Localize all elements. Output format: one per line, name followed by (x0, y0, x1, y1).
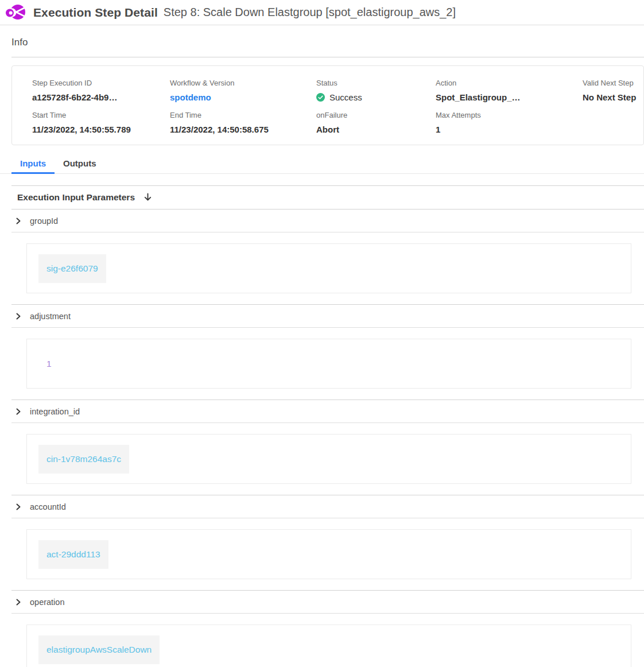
chevron-right-icon[interactable] (15, 408, 22, 415)
param-value-box: sig-e26f6079 (26, 243, 631, 293)
status-text: Success (329, 92, 362, 102)
parameter-row[interactable]: accountId (0, 495, 644, 518)
field-onfailure: onFailure Abort (316, 111, 436, 134)
field-action: Action Spot_Elastigroup_… (436, 79, 583, 102)
check-circle-icon (316, 93, 325, 102)
parameter-row[interactable]: adjustment (0, 305, 644, 327)
arrow-down-icon[interactable] (143, 193, 152, 202)
divider (11, 327, 644, 328)
field-label: onFailure (316, 111, 436, 119)
field-value: 11/23/2022, 14:50:55.789 (32, 125, 170, 134)
field-label: End Time (170, 111, 316, 119)
parameter-section: operation elastigroupAwsScaleDown (0, 591, 644, 667)
params-header: Execution Input Parameters (0, 186, 644, 209)
parameter-section: accountId act-29ddd113 (0, 495, 644, 591)
info-section-title: Info (0, 25, 644, 57)
field-label: Status (316, 79, 436, 87)
chevron-right-icon[interactable] (15, 599, 22, 606)
status-badge: Success (316, 92, 436, 102)
param-value: act-29ddd113 (38, 540, 108, 569)
field-label: Start Time (32, 111, 170, 119)
parameter-row[interactable]: operation (0, 591, 644, 613)
divider (11, 232, 644, 232)
param-name: accountId (30, 502, 66, 511)
divider (11, 422, 644, 423)
field-value: a125728f-6b22-4b9… (32, 92, 170, 102)
chevron-right-icon[interactable] (15, 313, 22, 320)
field-status: Status Success (316, 79, 436, 102)
param-name: integration_id (30, 407, 80, 416)
parameter-row[interactable]: groupId (0, 210, 644, 232)
tab-outputs[interactable]: Outputs (55, 153, 105, 174)
workflow-link[interactable]: spotdemo (170, 92, 316, 102)
page-title: Execution Step Detail (33, 6, 158, 20)
param-name: adjustment (30, 312, 71, 321)
param-value: elastigroupAwsScaleDown (38, 635, 160, 664)
param-value: 1 (38, 350, 60, 378)
parameter-section: groupId sig-e26f6079 (0, 210, 644, 305)
field-label: Max Attempts (436, 111, 583, 119)
param-value-box: cin-1v78m264as7c (26, 434, 631, 484)
param-value-box: 1 (26, 339, 631, 389)
field-value: 11/23/2022, 14:50:58.675 (170, 125, 316, 134)
field-valid-next-step: Valid Next Step No Next Step (583, 79, 643, 102)
app-header: Execution Step Detail Step 8: Scale Down… (0, 0, 644, 25)
field-step-execution-id: Step Execution ID a125728f-6b22-4b9… (32, 79, 170, 102)
field-label: Action (436, 79, 583, 87)
field-max-attempts: Max Attempts 1 (436, 111, 583, 134)
chevron-right-icon[interactable] (15, 218, 22, 224)
parameter-section: adjustment 1 (0, 305, 644, 400)
field-start-time: Start Time 11/23/2022, 14:50:55.789 (32, 111, 170, 134)
info-card: Step Execution ID a125728f-6b22-4b9… Wor… (11, 65, 644, 145)
field-value: Spot_Elastigroup_… (436, 92, 583, 102)
divider (11, 613, 644, 614)
field-workflow-version: Workflow & Version spotdemo (170, 79, 316, 102)
parameter-section: integration_id cin-1v78m264as7c (0, 400, 644, 495)
param-name: operation (30, 598, 64, 607)
chevron-right-icon[interactable] (15, 503, 22, 510)
param-value: cin-1v78m264as7c (38, 445, 129, 474)
field-label: Step Execution ID (32, 79, 170, 87)
field-label: Valid Next Step (583, 79, 643, 87)
param-name: groupId (30, 216, 58, 226)
field-value: No Next Step (583, 92, 643, 102)
divider (11, 518, 644, 518)
page-subtitle: Step 8: Scale Down Elastgroup [spot_elas… (164, 6, 456, 19)
field-label: Workflow & Version (170, 79, 316, 87)
param-value: sig-e26f6079 (38, 254, 106, 283)
tab-bar: Inputs Outputs (0, 153, 644, 174)
field-end-time: End Time 11/23/2022, 14:50:58.675 (170, 111, 316, 134)
param-value-box: act-29ddd113 (26, 529, 631, 579)
field-value: 1 (436, 125, 583, 134)
param-value-box: elastigroupAwsScaleDown (26, 625, 631, 667)
field-value: Abort (316, 125, 436, 134)
tab-inputs[interactable]: Inputs (11, 153, 55, 174)
divider (11, 57, 644, 57)
parameter-row[interactable]: integration_id (0, 400, 644, 422)
params-section-title: Execution Input Parameters (17, 192, 135, 203)
parameter-list: groupId sig-e26f6079 adjustment 1 (0, 210, 644, 667)
spot-logo-icon (3, 2, 26, 24)
